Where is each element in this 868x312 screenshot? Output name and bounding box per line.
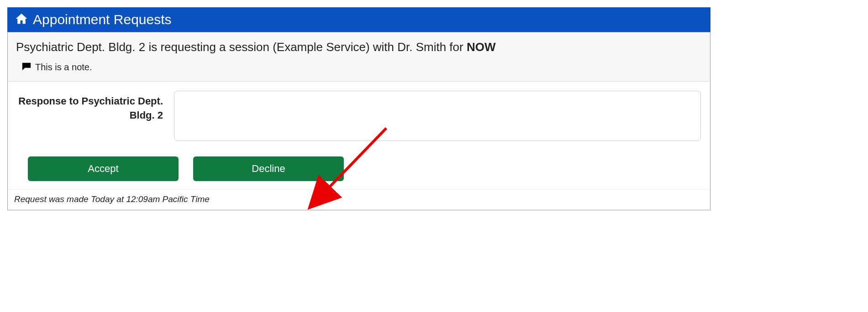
response-section: Response to Psychiatric Dept. Bldg. 2 Ac…: [8, 82, 710, 190]
request-card: Psychiatric Dept. Bldg. 2 is requesting …: [7, 32, 710, 210]
request-note: This is a note.: [21, 62, 702, 73]
response-input[interactable]: [174, 91, 701, 141]
comment-icon: [21, 62, 32, 73]
decline-button[interactable]: Decline: [193, 156, 344, 181]
request-text-emphasis: NOW: [467, 40, 496, 54]
page-header: Appointment Requests: [7, 7, 710, 32]
request-summary: Psychiatric Dept. Bldg. 2 is requesting …: [8, 32, 710, 82]
accept-button[interactable]: Accept: [28, 156, 179, 181]
request-text-main: Psychiatric Dept. Bldg. 2 is requesting …: [16, 40, 467, 54]
request-note-text: This is a note.: [35, 62, 92, 73]
request-timestamp: Request was made Today at 12:09am Pacifi…: [8, 190, 710, 210]
request-text: Psychiatric Dept. Bldg. 2 is requesting …: [16, 40, 702, 55]
response-label: Response to Psychiatric Dept. Bldg. 2: [17, 91, 163, 123]
page-title: Appointment Requests: [33, 12, 172, 27]
home-icon: [15, 12, 28, 27]
